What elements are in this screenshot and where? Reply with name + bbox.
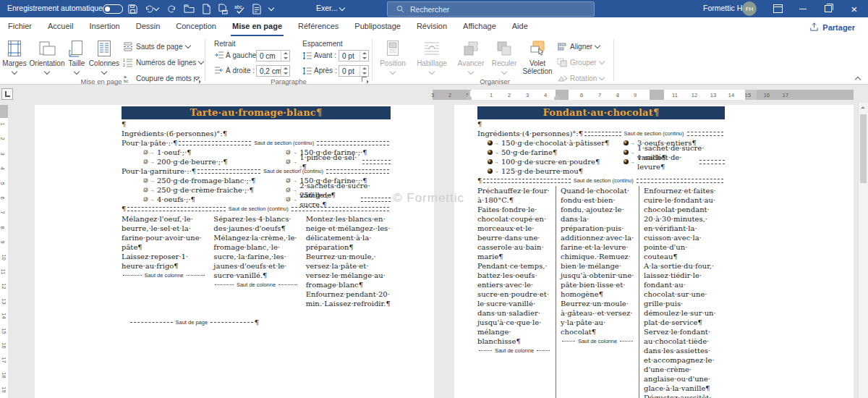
steps-column-1[interactable]: Préchauffez·​le·​four·​à·​180°C.¶ Faites… <box>477 186 556 398</box>
servings-line[interactable]: Ingrédients·​(6·​personnes)°:¶ <box>122 129 391 138</box>
step-paragraph[interactable]: Quand·​le·​chocolat·​fondu·​est·​bien·​f… <box>561 186 634 299</box>
steps-column-2[interactable]: Séparez·​les·​4·​blancs·​des·​jaunes·​d'… <box>213 214 298 308</box>
tab-conception[interactable]: Conception <box>168 17 224 36</box>
list-item[interactable]: →1·​oeuf·​;·​¶ <box>122 148 264 157</box>
ingredient-text[interactable]: 50·​g·​de·​farine¶ <box>501 148 557 157</box>
step-paragraph[interactable]: Dégustez·​aussitôt·​pour·​le·​dessert.¶ <box>644 393 718 398</box>
indent-left-field[interactable]: 0 cm <box>256 50 290 62</box>
ingredient-text[interactable]: 250·​g·​de·​fromage·​blanc·​;·​¶ <box>157 176 255 185</box>
hyphenation-button[interactable]: a-bc Coupure de mots <box>123 72 199 85</box>
dough-header-row[interactable]: Pour·​la·​pâte·​:·​¶ Saut de section (co… <box>122 138 391 148</box>
step-paragraph[interactable]: Préchauffez·​le·​four·​à·​180°C.¶ <box>477 186 551 205</box>
document-page-1[interactable]: Tarte·​au·​fromage·​blanc¶ ¶ Ingrédients… <box>35 105 434 398</box>
ingredient-text[interactable]: 250·​g·​de·​crème·​fraiche·​;·​¶ <box>157 185 254 195</box>
step-paragraph[interactable]: Pendant·​ce·​temps,·​battez·​les·​oeufs·… <box>477 261 551 346</box>
pilcrow[interactable]: ¶ <box>477 176 482 185</box>
restore-button[interactable] <box>817 0 839 17</box>
pilcrow[interactable]: ¶ <box>122 204 126 213</box>
list-item[interactable]: →125·​g·​de·​beurre·​mou¶ <box>477 166 613 176</box>
page-breaks-button[interactable]: Sauts de page <box>123 40 190 53</box>
filling-header[interactable]: Pour·​la·​garniture·​:·​¶ <box>122 166 196 176</box>
document-title[interactable]: Exer... <box>316 4 338 12</box>
indent-left-spinner[interactable] <box>281 51 289 61</box>
spellcheck-button[interactable]: abc <box>232 2 247 15</box>
minimize-button[interactable] <box>792 0 814 17</box>
ingredient-text[interactable]: 125·​g·​de·​beurre·​mou¶ <box>501 166 583 176</box>
step-paragraph[interactable]: Faites·​fondre·​le·​chocolat·​coupé·​en·… <box>477 205 551 261</box>
search-box[interactable]: Rechercher <box>387 1 595 17</box>
open-button[interactable] <box>182 2 196 15</box>
collapse-ribbon-button[interactable] <box>852 74 864 82</box>
group-button[interactable]: Grouper <box>557 56 604 69</box>
margins-button[interactable]: Marges <box>0 38 29 82</box>
scrollbar-thumb[interactable] <box>860 114 867 183</box>
tab-accueil[interactable]: Accueil <box>40 17 81 36</box>
step-paragraph[interactable]: Enfournez·​pendant·​20·​min.·​Laissez·​r… <box>306 289 391 308</box>
layout-dialog-launcher[interactable] <box>194 77 200 83</box>
selection-pane-button[interactable]: Volet Sélection <box>521 38 554 82</box>
avatar[interactable]: FH <box>742 1 757 16</box>
step-paragraph[interactable]: Mélangez·​l'oeuf,·​le·​beurre,·​le·​sel·… <box>122 214 206 252</box>
right-indent-marker-base[interactable] <box>554 98 560 100</box>
title-dropdown-button[interactable] <box>337 2 347 15</box>
columns-button[interactable]: Colonnes <box>88 38 120 82</box>
orientation-button[interactable]: Orientation <box>29 38 65 82</box>
tab-references[interactable]: Références <box>290 17 346 36</box>
steps-column-1[interactable]: Mélangez·​l'oeuf,·​le·​beurre,·​le·​sel·… <box>122 214 206 308</box>
step-paragraph[interactable]: Montez·​les·​blancs·​en·​neige·​et·​méla… <box>306 214 391 252</box>
spacing-after-field[interactable]: 0 pt <box>339 65 369 77</box>
print-preview-button[interactable] <box>216 2 230 15</box>
tab-aide[interactable]: Aide <box>504 17 536 36</box>
ingredient-text[interactable]: 1·​sachet·​de·​levure¶ <box>637 153 697 172</box>
bring-forward-button[interactable]: Avancer <box>454 38 488 82</box>
tab-affichage[interactable]: Affichage <box>455 17 504 36</box>
list-item[interactable]: →4·​oeufs·​;·​¶ <box>122 195 264 204</box>
steps-column-3[interactable]: Montez·​les·​blancs·​en·​neige·​et·​méla… <box>306 214 391 308</box>
empty-paragraph[interactable]: ¶ <box>477 119 725 129</box>
undo-button[interactable] <box>142 2 161 15</box>
list-item[interactable]: →150·​g·​de·​chocolat·​à·​pâtisser¶ <box>477 138 613 148</box>
ingredient-text[interactable]: 4·​oeufs·​;·​¶ <box>157 195 195 204</box>
paragraph-dialog-launcher[interactable] <box>362 77 368 83</box>
servings-line[interactable]: Ingrédients·​(4·​personnes)°:¶ <box>477 129 583 138</box>
tab-dessin[interactable]: Dessin <box>128 17 169 36</box>
spacing-before-field[interactable]: 0 pt <box>339 50 369 62</box>
steps-column-3[interactable]: Enfournez·​et·​faites·​cuire·​le·​fondan… <box>644 186 718 398</box>
list-item[interactable]: →100·​g·​de·​sucre·​en·​poudre¶ <box>477 157 613 166</box>
ingredient-text[interactable]: 1·​oeuf·​;·​¶ <box>157 148 192 157</box>
step-paragraph[interactable]: Laissez·​reposer·​1·​heure·​au·​frigo¶ <box>122 252 206 271</box>
recipe-title-banner[interactable]: Fondant·​au·​chocolat¶ <box>477 106 725 119</box>
tab-stop-selector[interactable] <box>1 88 13 100</box>
line-numbers-button[interactable]: 12 Numéros de lignes <box>123 56 203 69</box>
tab-fichier[interactable]: Fichier <box>0 17 40 36</box>
recipe-title[interactable]: Tarte·​au·​fromage·​blanc¶ <box>190 107 323 118</box>
vertical-scrollbar[interactable] <box>858 103 868 398</box>
ribbon-display-options-button[interactable] <box>767 0 788 17</box>
step-paragraph[interactable]: Mélangez·​la·​crème,·​le·​fromage·​blanc… <box>213 233 298 280</box>
step-paragraph[interactable]: Beurrez·​un·​moule·​à·​gâteau-·​et·​vers… <box>561 299 634 336</box>
ingredient-text[interactable]: 200·​g·​de·​beurre·​;·​¶ <box>157 157 228 166</box>
list-item[interactable]: →1·​pincée·​de·​sel·​;¶ <box>264 157 391 166</box>
recipe-title-banner[interactable]: Tarte·​au·​fromage·​blanc¶ <box>122 106 391 119</box>
send-backward-button[interactable]: Reculer <box>489 38 519 82</box>
scroll-up-icon[interactable] <box>861 106 865 109</box>
servings-row[interactable]: Ingrédients·​(4·​personnes)°:¶ Saut de s… <box>477 129 725 138</box>
spacing-after-spinner[interactable] <box>359 66 368 76</box>
step-paragraph[interactable]: Servez·​le·​fondant·​au·​chocolat·​tiède… <box>644 327 718 393</box>
horizontal-ruler[interactable]: 3211234678911121314151617 <box>433 90 854 100</box>
ingredient-text[interactable]: 150·​g·​de·​chocolat·​à·​pâtisser¶ <box>501 138 609 148</box>
list-item[interactable]: →250·​g·​de·​fromage·​blanc·​;·​¶ <box>122 176 264 185</box>
tab-revision[interactable]: Révision <box>409 17 455 36</box>
empty-paragraph[interactable]: ¶ <box>122 119 391 129</box>
steps-column-2[interactable]: Quand·​le·​chocolat·​fondu·​est·​bien·​f… <box>561 186 639 398</box>
track-changes-button[interactable] <box>250 2 264 15</box>
list-item[interactable]: →250·​g·​de·​crème·​fraiche·​;·​¶ <box>122 185 264 195</box>
autosave-toggle[interactable] <box>103 4 123 14</box>
document-page-2[interactable]: Fondant·​au·​chocolat¶ ¶ Ingrédients·​(4… <box>454 105 854 398</box>
share-button[interactable]: Partager <box>805 20 859 34</box>
list-item[interactable]: →50·​g·​de·​farine¶ <box>477 148 613 157</box>
left-indent-marker[interactable] <box>466 98 472 100</box>
vertical-ruler[interactable]: 12345678910111213141516171819 <box>0 105 8 398</box>
save-button[interactable] <box>125 2 140 15</box>
tab-mise-en-page[interactable]: Mise en page <box>224 17 290 36</box>
